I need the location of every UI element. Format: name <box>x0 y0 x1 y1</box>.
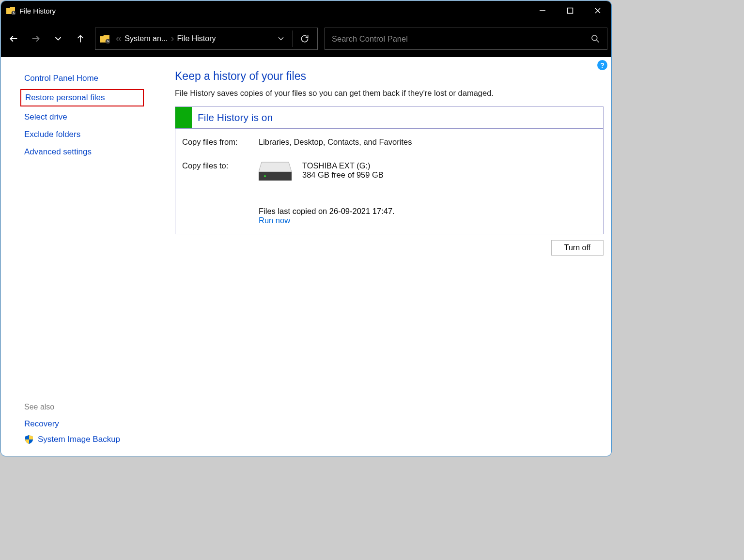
svg-point-10 <box>264 175 266 177</box>
svg-point-6 <box>592 35 597 41</box>
status-title: File History is on <box>192 107 279 128</box>
svg-marker-8 <box>259 162 292 172</box>
last-copied-text: Files last copied on 26-09-2021 17:47. <box>259 207 603 216</box>
refresh-button[interactable] <box>295 29 314 48</box>
svg-rect-9 <box>259 172 292 181</box>
minimize-button[interactable] <box>528 1 556 20</box>
search-bar[interactable] <box>325 28 607 50</box>
sidebar-select-drive[interactable]: Select drive <box>24 108 163 126</box>
main-panel: Keep a history of your files File Histor… <box>163 57 611 456</box>
search-icon[interactable] <box>590 34 600 44</box>
titlebar: File History <box>1 1 611 20</box>
search-input[interactable] <box>332 34 590 44</box>
run-now-link[interactable]: Run now <box>259 216 290 225</box>
drive-name: TOSHIBA EXT (G:) <box>302 161 384 170</box>
address-bar[interactable]: « System an... › File History <box>95 28 318 50</box>
status-head: File History is on <box>175 107 603 129</box>
drive-icon <box>259 161 292 184</box>
turn-off-button[interactable]: Turn off <box>551 240 604 256</box>
sidebar-exclude-folders[interactable]: Exclude folders <box>24 126 163 143</box>
breadcrumb-segment-2[interactable]: File History <box>177 34 216 43</box>
chevron-right-icon: › <box>170 32 174 45</box>
sidebar: Control Panel Home Restore personal file… <box>1 57 163 456</box>
sidebar-advanced-settings[interactable]: Advanced settings <box>24 143 163 161</box>
nav-back-button[interactable] <box>3 28 24 49</box>
navbar: « System an... › File History <box>1 20 611 57</box>
help-icon[interactable]: ? <box>597 60 607 70</box>
breadcrumb-segment-1[interactable]: System an... <box>124 34 168 43</box>
sidebar-system-image-backup[interactable]: System Image Backup <box>38 433 120 446</box>
maximize-button[interactable] <box>556 1 584 20</box>
window-title: File History <box>19 7 56 15</box>
copy-from-value: Libraries, Desktop, Contacts, and Favori… <box>259 137 412 147</box>
nav-history-dropdown[interactable] <box>47 28 69 49</box>
app-icon <box>6 6 16 15</box>
sidebar-restore-personal-files[interactable]: Restore personal files <box>20 89 144 106</box>
see-also-heading: See also <box>24 399 163 415</box>
window-controls <box>528 1 611 20</box>
drive-free-space: 384 GB free of 959 GB <box>302 170 384 180</box>
address-folder-icon <box>99 34 110 44</box>
breadcrumb-ellipsis[interactable]: « <box>116 32 122 45</box>
copy-from-label: Copy files from: <box>182 137 259 147</box>
page-subtitle: File History saves copies of your files … <box>175 89 604 98</box>
page-heading: Keep a history of your files <box>175 70 604 83</box>
sidebar-recovery[interactable]: Recovery <box>24 415 163 433</box>
status-indicator <box>175 107 192 128</box>
svg-line-7 <box>597 40 599 43</box>
nav-forward-button[interactable] <box>25 28 46 49</box>
status-box: File History is on Copy files from: Libr… <box>175 106 604 234</box>
close-button[interactable] <box>584 1 611 20</box>
client-area: ? Control Panel Home Restore personal fi… <box>1 57 611 456</box>
separator <box>293 30 293 47</box>
address-history-dropdown[interactable] <box>271 29 291 48</box>
sidebar-control-panel-home[interactable]: Control Panel Home <box>24 70 163 87</box>
svg-rect-2 <box>567 8 573 14</box>
window: File History <box>1 1 611 456</box>
nav-up-button[interactable] <box>70 28 91 49</box>
copy-to-label: Copy files to: <box>182 161 259 184</box>
shield-icon <box>24 435 34 444</box>
